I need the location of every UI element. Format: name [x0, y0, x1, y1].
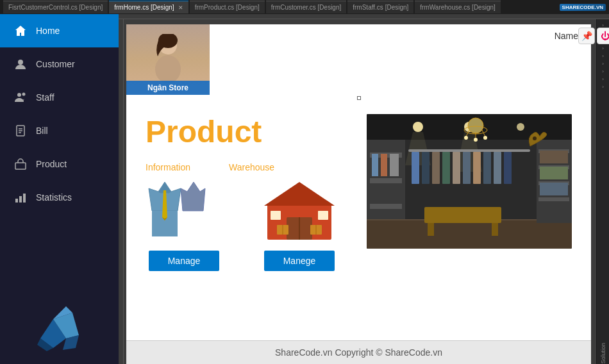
- svg-rect-61: [424, 207, 501, 223]
- title-bar: FisrtCustomerControl.cs [Design] frmHome…: [0, 0, 609, 14]
- manage-warehouse-button[interactable]: Manege: [264, 251, 335, 271]
- svg-rect-68: [538, 197, 569, 201]
- svg-point-1: [17, 93, 21, 97]
- svg-rect-50: [422, 152, 430, 184]
- tab-fisrt-customer[interactable]: FisrtCustomerControl.cs [Design]: [3, 1, 108, 13]
- name-label: Name: [555, 31, 578, 41]
- svg-rect-69: [540, 151, 568, 163]
- svg-rect-48: [408, 149, 530, 152]
- svg-rect-47: [390, 154, 399, 176]
- ruler-top: [119, 14, 609, 19]
- sol-arrow-5[interactable]: ›: [600, 53, 606, 59]
- store-photo: [367, 114, 572, 249]
- close-tab-icon[interactable]: ✕: [178, 4, 183, 11]
- tab-frm-product[interactable]: frmProduct.cs [Design]: [190, 1, 265, 13]
- tab-frm-home[interactable]: frmHome.cs [Design] ✕: [109, 1, 188, 13]
- svg-rect-56: [483, 152, 491, 184]
- svg-point-78: [464, 136, 468, 140]
- customer-icon: [13, 56, 28, 72]
- product-title: Product: [146, 114, 354, 149]
- sidebar-item-statistics[interactable]: Statistics: [0, 181, 119, 214]
- home-icon: [13, 23, 28, 38]
- sol-arrow-9[interactable]: ›: [600, 83, 606, 90]
- sol-arrow-6[interactable]: ›: [600, 60, 606, 67]
- svg-point-80: [483, 136, 487, 140]
- manage-information-button[interactable]: Manage: [149, 251, 220, 271]
- svg-rect-62: [428, 223, 434, 236]
- store-image-box: Ngân Store: [126, 24, 210, 95]
- section1-label: Information: [146, 162, 190, 172]
- svg-marker-23: [181, 182, 205, 211]
- tab-frm-customer[interactable]: frmCustomer.cs [Design]: [266, 1, 346, 13]
- bill-icon: [13, 123, 28, 138]
- section2-label: Warehouse: [229, 162, 274, 172]
- svg-rect-59: [367, 220, 572, 249]
- store-interior-illustration: [367, 114, 572, 249]
- solution-explorer-panel: › › › › › › › › › Solution: [596, 19, 609, 364]
- svg-point-79: [474, 138, 478, 142]
- pin-button[interactable]: 📌: [578, 28, 595, 44]
- sol-arrow-7[interactable]: ›: [600, 68, 606, 74]
- tab-frm-staff[interactable]: frmStaff.cs [Design]: [347, 1, 413, 13]
- product-icon: [13, 156, 28, 172]
- sidebar-item-bill[interactable]: Bill: [0, 114, 119, 147]
- svg-point-73: [468, 118, 483, 133]
- warehouse-icon-box: Manege: [261, 179, 338, 271]
- svg-marker-25: [264, 182, 335, 206]
- warehouse-icon: [261, 179, 338, 243]
- svg-rect-58: [504, 152, 512, 184]
- svg-point-38: [517, 123, 524, 131]
- svg-point-2: [22, 93, 26, 96]
- selection-handle-center: [357, 96, 361, 100]
- svg-rect-10: [23, 194, 26, 203]
- sol-arrow-8[interactable]: ›: [600, 76, 606, 82]
- tab-frm-warehouse[interactable]: frmWarehouse.cs [Design]: [415, 1, 500, 13]
- svg-rect-7: [15, 163, 26, 169]
- section-labels: Information Warehouse: [146, 162, 354, 172]
- svg-rect-51: [432, 152, 440, 184]
- store-name-overlay: Ngân Store: [126, 81, 210, 95]
- svg-rect-52: [442, 152, 450, 184]
- svg-rect-55: [473, 152, 481, 184]
- svg-rect-54: [463, 152, 471, 184]
- svg-point-36: [413, 122, 423, 132]
- store-photo-area: [367, 114, 572, 249]
- svg-rect-44: [370, 204, 402, 209]
- logo-area: SHARECODE.VN: [560, 4, 606, 11]
- svg-point-17: [155, 55, 181, 83]
- statistics-icon: [13, 190, 28, 205]
- svg-rect-57: [494, 152, 501, 184]
- solution-label: Solution: [600, 340, 606, 364]
- svg-rect-32: [271, 211, 281, 220]
- logo-badge: SHARECODE.VN: [560, 4, 606, 11]
- clothing-icon-box: Manage: [146, 179, 222, 271]
- sidebar-bottom-decoration: [0, 294, 119, 364]
- sidebar-item-staff[interactable]: Staff: [0, 81, 119, 114]
- svg-point-0: [18, 60, 23, 65]
- power-button[interactable]: ⏻: [597, 28, 609, 44]
- svg-rect-43: [370, 178, 402, 183]
- sidebar-nav: Home Customer: [0, 14, 119, 294]
- diamond-decorative-icon: [34, 306, 85, 351]
- svg-rect-8: [15, 199, 18, 203]
- svg-rect-33: [318, 211, 328, 220]
- svg-rect-46: [381, 154, 387, 176]
- product-icons-row: Manage: [146, 179, 354, 271]
- sidebar: Home Customer: [0, 14, 119, 364]
- ruler-left: [119, 19, 124, 364]
- staff-icon: [13, 90, 28, 105]
- svg-rect-63: [492, 223, 498, 236]
- sidebar-item-product[interactable]: Product: [0, 147, 119, 181]
- svg-point-72: [533, 136, 537, 140]
- sidebar-item-home[interactable]: Home: [0, 14, 119, 47]
- store-header: Ngân Store Name 📌 ⏻: [126, 24, 591, 95]
- svg-rect-9: [19, 196, 22, 203]
- product-page-content: Product Information Warehouse: [126, 101, 591, 340]
- clothing-icon: [146, 179, 222, 243]
- canvas-footer: ShareCode.vn Copyright © ShareCode.vn: [126, 340, 591, 364]
- svg-rect-70: [540, 167, 568, 179]
- sidebar-item-customer[interactable]: Customer: [0, 47, 119, 81]
- design-canvas: Ngân Store Name 📌 ⏻: [119, 14, 609, 364]
- sol-arrow-4[interactable]: ›: [600, 45, 606, 51]
- person-silhouette: [149, 34, 187, 85]
